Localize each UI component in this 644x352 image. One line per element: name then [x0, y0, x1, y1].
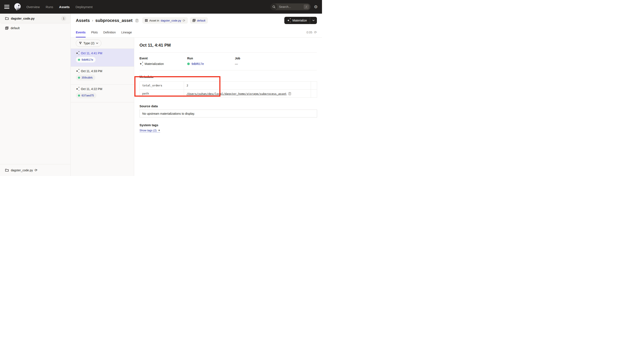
- asset-table-icon: [145, 19, 148, 22]
- source-data-heading: Source data: [140, 104, 317, 108]
- event-filter-row: Type (2): [71, 38, 134, 49]
- chevron-down-icon: [312, 20, 314, 21]
- nav-item-assets[interactable]: Assets: [59, 5, 70, 9]
- nav-item-deployment[interactable]: Deployment: [76, 5, 93, 9]
- event-date: Oct 11, 4:22 PM: [81, 87, 102, 91]
- search-icon: [270, 3, 277, 10]
- job-value: —: [235, 62, 238, 65]
- path-link[interactable]: /Users/yuhan/dev/local/dagster_home/stor…: [186, 92, 287, 95]
- metadata-table: total_orders 2 path /Users/yuhan/dev/loc…: [140, 81, 317, 98]
- group-label: default: [11, 26, 20, 30]
- event-date: Oct 11, 4:41 PM: [81, 51, 102, 55]
- nav-item-runs[interactable]: Runs: [46, 5, 53, 9]
- run-status-dot: [187, 62, 190, 65]
- group-chip: default: [190, 17, 208, 24]
- run-label: Run: [187, 57, 235, 60]
- run-pill[interactable]: 359cdbfc: [76, 75, 96, 80]
- dagster-logo[interactable]: [13, 2, 22, 11]
- show-tags-label: Show tags (2): [140, 129, 156, 132]
- run-status-dot: [78, 59, 80, 61]
- event-label: Event: [140, 57, 187, 60]
- materialize-sparkle-icon: ✦: [287, 19, 290, 22]
- materialize-label: Materialize: [292, 19, 307, 22]
- event-list-item[interactable]: ✦Oct 11, 4:33 PM 359cdbfc: [71, 67, 134, 84]
- chevron-down-icon: [96, 42, 98, 44]
- materialize-dropdown-button[interactable]: [310, 20, 317, 21]
- filter-funnel-icon: [79, 42, 82, 44]
- sidebar-item-code-location[interactable]: dagster_code.py 1: [0, 14, 70, 23]
- code-location-chip: Asset in dagster_code.py ⟳: [142, 17, 188, 24]
- gear-icon[interactable]: ⚙: [314, 5, 318, 9]
- metadata-key: total_orders: [140, 81, 184, 90]
- table-row: path /Users/yuhan/dev/local/dagster_home…: [140, 90, 317, 98]
- search-shortcut-badge: /: [304, 4, 309, 9]
- nav-item-overview[interactable]: Overview: [26, 5, 40, 9]
- run-pill[interactable]: 9dbf617e: [76, 57, 96, 62]
- dagster-app: Overview Runs Assets Deployment / ⚙ dags…: [0, 0, 322, 176]
- event-date: Oct 11, 4:33 PM: [81, 69, 102, 73]
- source-data-empty-text: No upstream materializations to display.: [142, 112, 195, 115]
- type-filter-label: Type (2): [84, 41, 94, 45]
- run-status-dot: [78, 94, 80, 97]
- materialize-button[interactable]: ✦ Materialize: [284, 19, 310, 22]
- chip-prefix: Asset in: [149, 19, 159, 22]
- materialize-button-group: ✦ Materialize: [284, 17, 317, 24]
- reload-code-location-icon[interactable]: ⟳: [35, 169, 38, 172]
- metadata-heading: Metadata: [140, 75, 317, 78]
- page-title: subprocess_asset: [96, 18, 133, 23]
- code-location-label: dagster_code.py: [11, 17, 34, 20]
- type-filter-button[interactable]: Type (2): [76, 39, 101, 47]
- materialization-icon: ✦: [76, 87, 79, 90]
- job-label: Job: [235, 57, 282, 60]
- event-value: Materialization: [144, 62, 164, 65]
- bottom-code-location-label: dagster_code.py: [11, 169, 33, 172]
- asset-group-icon: [192, 19, 196, 22]
- event-list-item[interactable]: ✦Oct 11, 4:22 PM 637aed75: [71, 84, 134, 102]
- copy-path-icon[interactable]: [288, 92, 291, 95]
- search-input[interactable]: [279, 5, 300, 8]
- metadata-key: path: [140, 90, 184, 98]
- top-nav: Overview Runs Assets Deployment / ⚙: [0, 0, 322, 14]
- run-id-link[interactable]: 9dbf617e: [192, 62, 204, 65]
- breadcrumb-separator: ›: [92, 18, 93, 23]
- asset-group-icon: [5, 26, 8, 30]
- event-list: Type (2) ✦Oct 11, 4:41 PM 9dbf617e ✦Oct …: [71, 38, 134, 176]
- caret-down-icon: ▼: [158, 129, 160, 131]
- asset-count-badge: 1: [61, 16, 66, 21]
- run-pill[interactable]: 637aed75: [76, 93, 96, 98]
- tab-lineage[interactable]: Lineage: [121, 27, 132, 37]
- table-row: total_orders 2: [140, 81, 317, 90]
- run-id: 637aed75: [82, 94, 94, 97]
- folder-icon: [5, 17, 9, 20]
- run-id: 9dbf617e: [82, 58, 93, 61]
- hamburger-menu-icon[interactable]: [4, 5, 9, 9]
- chip-group-link[interactable]: default: [197, 19, 205, 22]
- sidebar-item-group-default[interactable]: default: [0, 23, 70, 33]
- asset-chips: Asset in dagster_code.py ⟳ default: [142, 17, 208, 24]
- main-area: Assets › subprocess_asset Asset in dagst…: [71, 14, 322, 176]
- copy-asset-name-icon[interactable]: [136, 19, 138, 22]
- chip-reload-icon[interactable]: ⟳: [183, 19, 186, 22]
- show-tags-toggle[interactable]: Show tags (2) ▼: [140, 129, 160, 132]
- refresh-icon[interactable]: ⟳: [314, 31, 317, 34]
- event-list-item[interactable]: ✦Oct 11, 4:41 PM 9dbf617e: [71, 49, 134, 67]
- search-box[interactable]: /: [270, 3, 310, 10]
- materialization-icon: ✦: [76, 52, 79, 55]
- refresh-countdown: 0:05: [306, 31, 312, 34]
- sidebar-bottom-code-location[interactable]: dagster_code.py ⟳: [0, 164, 70, 176]
- tab-definition[interactable]: Definition: [103, 27, 116, 37]
- run-status-dot: [78, 77, 80, 79]
- asset-header: Assets › subprocess_asset Asset in dagst…: [71, 14, 322, 27]
- metadata-value: 2: [184, 81, 311, 90]
- metadata-value: /Users/yuhan/dev/local/dagster_home/stor…: [184, 90, 311, 98]
- tab-plots[interactable]: Plots: [91, 27, 98, 37]
- sidebar: dagster_code.py 1 default dagster_code.p…: [0, 14, 71, 176]
- chip-code-location-link[interactable]: dagster_code.py: [160, 19, 181, 22]
- materialization-icon: ✦: [76, 70, 79, 72]
- breadcrumb-assets[interactable]: Assets: [76, 18, 90, 23]
- system-tags-heading: System tags: [140, 123, 317, 127]
- tab-events[interactable]: Events: [76, 27, 86, 37]
- tabs-row: Events Plots Definition Lineage 0:05 ⟳: [71, 27, 322, 38]
- materialization-icon: ✦: [140, 62, 143, 65]
- folder-icon: [5, 169, 9, 172]
